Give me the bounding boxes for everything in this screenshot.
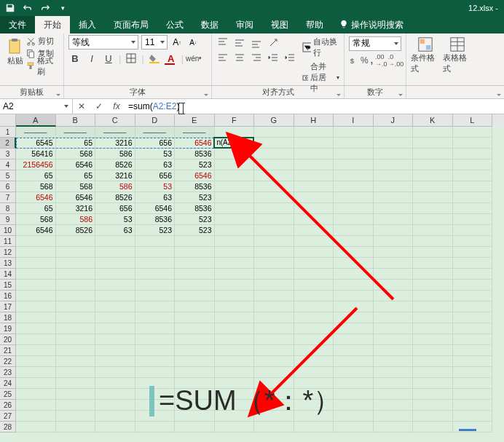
cell[interactable] (453, 138, 493, 149)
cell[interactable] (135, 356, 176, 367)
cell[interactable] (413, 192, 453, 203)
cell[interactable] (453, 149, 493, 159)
cell[interactable] (453, 389, 493, 400)
cell[interactable] (16, 400, 56, 411)
cell[interactable] (135, 422, 176, 433)
tab-layout[interactable]: 页面布局 (105, 16, 157, 33)
cell[interactable] (95, 269, 135, 280)
col-header[interactable]: I (334, 114, 374, 127)
cell[interactable] (95, 280, 135, 291)
cell[interactable] (135, 334, 176, 345)
cell[interactable] (453, 312, 493, 323)
currency-icon[interactable]: $ (349, 54, 358, 67)
cell[interactable]: ——— (95, 127, 135, 138)
orientation-icon[interactable] (267, 36, 280, 50)
cell[interactable] (95, 247, 135, 258)
font-size-combo[interactable]: 11 (141, 35, 168, 50)
cell[interactable] (215, 312, 255, 323)
row-header[interactable]: 26 (0, 400, 16, 411)
row-header[interactable]: 28 (0, 422, 16, 433)
cell[interactable]: 568 (56, 149, 96, 159)
cell[interactable] (215, 334, 255, 345)
cell[interactable] (135, 367, 176, 378)
save-icon[interactable] (2, 1, 18, 15)
cell[interactable] (175, 236, 215, 247)
cell[interactable] (95, 291, 135, 301)
row-header[interactable]: 24 (0, 378, 16, 389)
cell[interactable] (453, 356, 493, 367)
cell[interactable] (175, 247, 215, 258)
cell[interactable]: 65 (56, 170, 96, 181)
tell-me[interactable]: 操作说明搜索 (332, 16, 411, 33)
cell[interactable]: 586 (95, 181, 135, 192)
cell[interactable]: 63 (135, 192, 176, 203)
cell[interactable] (374, 356, 414, 367)
cell[interactable]: ——— (135, 127, 176, 138)
cell[interactable] (95, 400, 135, 411)
cell[interactable] (453, 378, 493, 389)
row-header[interactable]: 20 (0, 334, 16, 345)
cell[interactable] (453, 247, 493, 258)
cell[interactable] (16, 323, 56, 334)
formula-bar[interactable]: =sum(A2:E2) (125, 101, 504, 111)
cell[interactable] (413, 367, 453, 378)
cell[interactable]: 6546 (175, 170, 215, 181)
cell[interactable] (16, 378, 56, 389)
row-header[interactable]: 11 (0, 236, 16, 247)
cell[interactable] (413, 323, 453, 334)
cell[interactable]: 656 (135, 138, 176, 149)
cell[interactable] (453, 280, 493, 291)
cell[interactable] (95, 378, 135, 389)
cell[interactable] (374, 312, 414, 323)
italic-button[interactable]: I (85, 52, 98, 65)
cell[interactable] (413, 345, 453, 356)
cell[interactable] (413, 280, 453, 291)
cell[interactable] (413, 312, 453, 323)
cell[interactable] (374, 345, 414, 356)
cell[interactable] (16, 236, 56, 247)
cell[interactable] (453, 258, 493, 269)
cell[interactable] (95, 411, 135, 422)
cell[interactable] (413, 236, 453, 247)
row-header[interactable]: 18 (0, 312, 16, 323)
row-header[interactable]: 25 (0, 389, 16, 400)
cell[interactable] (56, 323, 96, 334)
cell[interactable]: 6546 (16, 225, 56, 236)
row-header[interactable]: 14 (0, 269, 16, 280)
cell[interactable]: 568 (16, 214, 56, 225)
cell[interactable] (56, 378, 96, 389)
cell[interactable] (56, 291, 96, 301)
cell[interactable]: 8536 (175, 181, 215, 192)
cell[interactable] (374, 422, 414, 433)
cell[interactable] (453, 301, 493, 312)
comma-icon[interactable]: , (371, 54, 373, 67)
cell[interactable] (56, 258, 96, 269)
cell[interactable] (413, 159, 453, 170)
col-header[interactable]: C (95, 114, 135, 127)
cell[interactable] (453, 127, 493, 138)
cell[interactable] (56, 280, 96, 291)
font-name-combo[interactable]: 等线 (68, 35, 138, 50)
cell[interactable] (453, 400, 493, 411)
cell[interactable] (413, 149, 453, 159)
paste-button[interactable]: 粘贴 (4, 35, 26, 74)
cell[interactable] (135, 258, 176, 269)
cell[interactable] (374, 127, 414, 138)
confirm-formula-icon[interactable]: ✓ (90, 101, 108, 111)
cell[interactable] (135, 280, 176, 291)
cell[interactable]: 523 (135, 225, 176, 236)
cell[interactable] (215, 127, 255, 138)
cell[interactable] (135, 301, 176, 312)
cell[interactable]: 8526 (95, 192, 135, 203)
cell[interactable] (56, 356, 96, 367)
cell[interactable] (16, 269, 56, 280)
cell[interactable] (16, 345, 56, 356)
cell[interactable] (413, 422, 453, 433)
row-header[interactable]: 6 (0, 181, 16, 192)
cell[interactable] (374, 389, 414, 400)
cell[interactable] (175, 345, 215, 356)
cell[interactable] (95, 312, 135, 323)
cell[interactable]: ——— (56, 127, 96, 138)
cell[interactable] (453, 411, 493, 422)
cell[interactable] (95, 236, 135, 247)
